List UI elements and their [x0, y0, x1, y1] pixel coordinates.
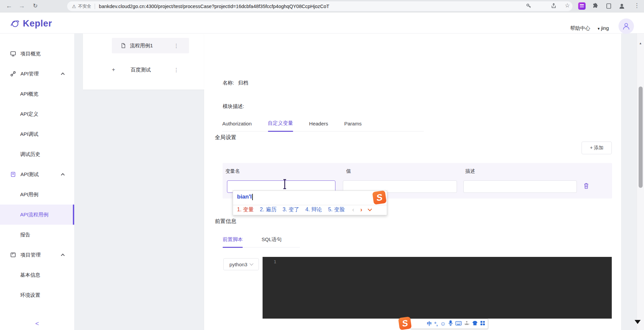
sidebar-item-api-process-case[interactable]: API流程用例 — [0, 205, 74, 225]
avatar[interactable] — [618, 18, 634, 34]
sidebar-item-api-test[interactable]: API测试 — [0, 164, 74, 184]
sidebar-item-label: API管理 — [20, 71, 39, 77]
bookmark-star-icon[interactable]: ☆ — [565, 2, 570, 9]
api-link-icon — [10, 71, 16, 77]
ime-candidate[interactable]: 5. 变脸 — [328, 206, 345, 213]
tab-authorization[interactable]: Authorization — [222, 117, 252, 131]
tab-sql-statement[interactable]: SQL语句 — [262, 233, 282, 247]
script-code-editor[interactable]: 1 — [263, 257, 612, 319]
logo-text: Kepler — [23, 18, 52, 29]
tab-pre-script[interactable]: 前置脚本 — [223, 233, 243, 247]
ime-candidate[interactable]: 4. 辩论 — [305, 206, 322, 213]
add-variable-button[interactable]: + 添加 — [582, 142, 612, 154]
file-icon — [121, 43, 126, 48]
sidebar-item-api-debug[interactable]: API调试 — [0, 124, 74, 144]
ime-punctuation-toggle[interactable]: °, — [434, 321, 438, 327]
sidebar-item-report[interactable]: 报告 — [0, 225, 74, 245]
app-header: Kepler 帮助中心 ▼jing — [0, 12, 644, 34]
share-icon[interactable] — [551, 3, 557, 10]
ime-handwriting-icon[interactable] — [464, 321, 470, 327]
ime-next-page-icon[interactable]: › — [360, 206, 362, 213]
sidebar-item-label: API调试 — [20, 131, 38, 138]
extension-badge-icon[interactable] — [578, 2, 586, 10]
module-desc-row: 模块描述: — [223, 103, 244, 110]
delete-row-trash-icon[interactable] — [583, 182, 589, 190]
sidebar-item-label: API流程用例 — [20, 212, 48, 218]
caret-down-icon: ▼ — [597, 27, 600, 31]
language-select[interactable]: python3 — [223, 258, 259, 270]
ime-keyboard-icon[interactable] — [455, 321, 462, 327]
tree-item-baidu-test[interactable]: + 百度测试 ⋮ — [112, 63, 189, 76]
tab-custom-variables[interactable]: 自定义变量 — [268, 117, 293, 131]
sidebar-item-label: 项目管理 — [20, 252, 41, 258]
browser-menu-icon[interactable]: ⋮ — [634, 2, 640, 9]
side-panel-icon[interactable] — [605, 3, 612, 11]
tab-params[interactable]: Params — [344, 117, 362, 131]
ime-mic-icon[interactable] — [448, 320, 453, 327]
more-vertical-icon[interactable]: ⋮ — [174, 43, 179, 49]
sidebar-item-project-management[interactable]: 项目管理 — [0, 245, 74, 265]
browser-back-icon[interactable]: ← — [5, 2, 13, 10]
url-text[interactable]: bankdev.cloud2go.cn:4300/project/test/pr… — [99, 4, 329, 9]
ime-divider — [233, 205, 387, 205]
ime-candidate[interactable]: 1. 变量 — [237, 206, 254, 213]
sidebar-collapse-button[interactable]: < — [0, 320, 74, 327]
browser-profile-icon[interactable] — [618, 2, 626, 11]
sidebar-item-api-overview[interactable]: API概览 — [0, 84, 74, 104]
ime-emoji-icon[interactable]: ☺ — [440, 321, 446, 327]
password-key-icon[interactable] — [526, 3, 532, 10]
chevron-up-icon[interactable] — [61, 72, 64, 76]
sidebar-item-env-settings[interactable]: 环境设置 — [0, 285, 74, 305]
global-settings-title: 全局设置 — [215, 134, 236, 141]
ime-prev-page-icon[interactable]: ‹ — [352, 206, 354, 213]
sidebar-item-label: 报告 — [20, 232, 30, 238]
sogou-logo-icon: S — [372, 190, 387, 205]
ime-candidate[interactable]: 3. 变了 — [283, 206, 300, 213]
user-menu[interactable]: ▼jing — [597, 25, 609, 31]
tree-item-label: 百度测试 — [131, 67, 151, 73]
variable-description-input[interactable] — [463, 180, 577, 193]
tree-item-process-case-1[interactable]: 流程用例1 ⋮ — [112, 38, 189, 53]
chevron-up-icon[interactable] — [61, 254, 64, 257]
tab-headers[interactable]: Headers — [309, 117, 328, 131]
sidebar-item-label: 项目概览 — [20, 51, 41, 57]
expand-plus-icon[interactable]: + — [112, 66, 117, 73]
sidebar-item-project-overview[interactable]: 项目概览 — [0, 44, 74, 64]
mouse-cursor-artifact — [635, 320, 641, 324]
sidebar-item-label: 调试历史 — [20, 151, 40, 158]
column-header-description: 描述 — [465, 168, 475, 174]
security-warning-icon[interactable]: ⚠ — [72, 4, 76, 9]
sogou-logo-icon[interactable]: S — [398, 317, 412, 330]
editor-line-number: 1 — [274, 259, 276, 264]
extensions-puzzle-icon[interactable] — [592, 3, 599, 11]
address-bar[interactable]: ⚠ 不安全 bankdev.cloud2go.cn:4300/project/t… — [67, 1, 572, 11]
ime-toolbox-icon[interactable] — [480, 321, 485, 327]
page-scrollbar[interactable]: ▲ — [637, 34, 644, 330]
sidebar: 项目概览 API管理 API概览 API定义 API调试 调试历史 API测试 … — [0, 34, 75, 330]
help-center-link[interactable]: 帮助中心 — [570, 25, 590, 32]
chevron-up-icon[interactable] — [61, 173, 64, 177]
ime-candidate[interactable]: 2. 遍历 — [260, 206, 277, 213]
scrollbar-up-arrow[interactable]: ▲ — [637, 42, 644, 45]
sidebar-item-api-definition[interactable]: API定义 — [0, 104, 74, 124]
sidebar-item-api-management[interactable]: API管理 — [0, 64, 74, 84]
ime-expand-icon[interactable] — [368, 207, 372, 211]
main-content: 名称:归档 模块描述: 全局设置 Authorization 自定义变量 Hea… — [204, 34, 621, 330]
ime-mode-chinese[interactable]: 中 — [427, 321, 432, 327]
ime-skin-icon[interactable] — [472, 321, 478, 327]
ime-caret — [252, 194, 253, 200]
monitor-icon — [10, 51, 16, 57]
more-vertical-icon[interactable]: ⋮ — [174, 67, 179, 73]
sidebar-item-basic-info[interactable]: 基本信息 — [0, 265, 74, 285]
sidebar-item-label: 环境设置 — [20, 292, 40, 298]
browser-toolbar: ← → ↻ ⚠ 不安全 bankdev.cloud2go.cn:4300/pro… — [0, 0, 644, 12]
sidebar-item-label: API定义 — [20, 111, 38, 117]
user-name: jing — [601, 25, 609, 31]
scrollbar-thumb[interactable] — [639, 87, 643, 188]
sidebar-item-api-case[interactable]: API用例 — [0, 184, 74, 205]
security-label: 不安全 — [78, 3, 91, 9]
sidebar-item-debug-history[interactable]: 调试历史 — [0, 144, 74, 164]
browser-forward-icon[interactable]: → — [17, 2, 26, 10]
browser-reload-icon[interactable]: ↻ — [31, 2, 40, 10]
kepler-logo[interactable]: Kepler — [10, 18, 52, 29]
